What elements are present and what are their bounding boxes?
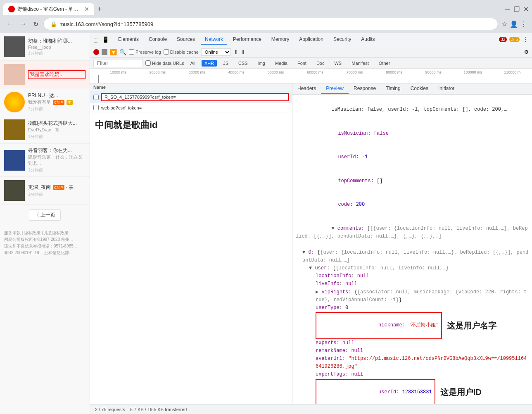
filter-input[interactable] (93, 59, 143, 67)
filter-css[interactable]: CSS (235, 60, 252, 67)
json-comment-0: ▼ 0: {{user: {locationInfo: null, liveIn… (302, 249, 529, 404)
item-time: 1分钟前 (28, 134, 86, 140)
filter-media[interactable]: Media (271, 60, 291, 67)
tab-security[interactable]: Security (329, 35, 355, 45)
json-is-musician: isMusician: false (302, 122, 529, 146)
timeline-cursor (98, 75, 99, 83)
address-actions: ☆ 👤 ⋮ (501, 20, 527, 28)
transfer-info: 5.7 KB / 19.5 KB transferred (130, 407, 187, 412)
record-button[interactable] (93, 49, 99, 55)
filter-other[interactable]: Other (375, 60, 394, 67)
devtools-menu-icon[interactable]: ⋮ (522, 36, 529, 43)
tab-elements[interactable]: Elements (114, 35, 143, 45)
browser-chrome: 野狼disco - 宝石Gem - 单曲 - 网... ✕ + ─ ❐ ✕ ← … (0, 0, 532, 33)
tab-audits[interactable]: Audits (357, 35, 379, 45)
filter-manifest[interactable]: Manifest (348, 60, 373, 67)
list-item[interactable]: 鹅祭：谁都和许哪... Free__loop 1分钟前 (0, 33, 90, 61)
devtools-toolbar: ⬚ 📱 Elements Console Sources Network Per… (90, 33, 532, 46)
tab-sources[interactable]: Sources (173, 35, 199, 45)
request-item[interactable]: weblog?csrf_token= (90, 103, 292, 112)
filter-all[interactable]: All (187, 60, 199, 67)
filter-doc[interactable]: Doc (313, 60, 328, 67)
footer-complaint: 违法和不良信息举报电话：0571-8985... (4, 243, 86, 250)
disable-cache-checkbox[interactable] (164, 49, 169, 55)
item-time: 1分钟前 (28, 167, 86, 173)
tab-application[interactable]: Application (295, 35, 328, 45)
thumbnail (4, 150, 25, 171)
url-text: music.163.com/#/song?id=1357785909 (59, 21, 153, 27)
throttle-select[interactable]: Online Fast 3G Slow 3G Offline (201, 48, 231, 56)
list-item[interactable]: 寻音羽客：你在为... 隐形音乐家：什么，现在又到老... 1分钟前 (0, 144, 90, 177)
search-icon[interactable]: 🔍 (119, 49, 126, 55)
list-item[interactable]: PRLNU · 这... 我爱有有星 CNIP 年 1分钟前 (0, 88, 90, 116)
active-tab[interactable]: 野狼disco - 宝石Gem - 单曲 - 网... ✕ (3, 3, 94, 15)
request-list: Name R_SO_4_1357785909?csrf_token= weblo… (90, 83, 292, 404)
annotation-nickname: 这是用户名字 (447, 319, 496, 332)
annotation-userid: 这是用户ID (440, 385, 482, 399)
hide-data-urls-checkbox[interactable] (145, 60, 151, 66)
tab-console[interactable]: Console (145, 35, 171, 45)
item-title: 寻音羽客：你在为... (28, 147, 86, 154)
filter-img[interactable]: Img (254, 60, 269, 67)
tab-favicon (8, 6, 15, 12)
maximize-button[interactable]: ❐ (514, 6, 520, 12)
settings-icon[interactable]: ⚙ (524, 49, 529, 55)
item-info: 更深_夜阑 CNIP · 掌 1分钟前 (28, 184, 86, 197)
device-icon[interactable]: 📱 (102, 36, 109, 43)
item-user: Free__loop (28, 45, 86, 50)
address-bar: ← → ↻ 🔒 music.163.com/#/song?id=13577859… (0, 15, 532, 33)
tab-preview[interactable]: Preview (321, 83, 349, 94)
filter-icon[interactable]: 🔽 (110, 49, 117, 55)
menu-icon[interactable]: ⋮ (520, 20, 527, 28)
download-icon[interactable]: ⬇ (241, 49, 246, 55)
upload-icon[interactable]: ⬆ (233, 49, 238, 55)
item-title: PRLNU · 这... (28, 92, 86, 99)
list-item[interactable]: 我是喜欢吃奶... (0, 61, 90, 88)
item-user: 我爱有有星 CNIP 年 (28, 99, 86, 105)
new-tab-button[interactable]: + (97, 5, 102, 14)
item-info: 衡阳摇头花式抖腿大... EveRyD-ay · 掌 1分钟前 (28, 120, 86, 140)
tab-timing[interactable]: Timing (381, 83, 406, 94)
item-title: 我是喜欢吃奶... (28, 70, 86, 79)
list-item[interactable]: 更深_夜阑 CNIP · 掌 1分钟前 (0, 177, 90, 205)
tab-cookies[interactable]: Cookies (406, 83, 433, 94)
forward-button[interactable]: → (18, 19, 28, 29)
json-top-comments: topComments: [] (302, 169, 529, 193)
tab-close-button[interactable]: ✕ (84, 6, 89, 12)
request-checkbox[interactable] (93, 95, 99, 100)
timeline-label: 20000 ms (138, 70, 177, 74)
filter-xhr[interactable]: XHR (202, 60, 217, 67)
filter-font[interactable]: Font (294, 60, 310, 67)
error-badge: 32 (499, 37, 507, 42)
tab-network[interactable]: Network (201, 35, 227, 45)
prev-page-button[interactable]: 〈 上一页 (29, 209, 61, 221)
preserve-log-checkbox[interactable] (129, 49, 134, 55)
inspect-icon[interactable]: ⬚ (93, 36, 99, 43)
devtools-panel: ⬚ 📱 Elements Console Sources Network Per… (90, 33, 532, 414)
main-layout: 鹅祭：谁都和许哪... Free__loop 1分钟前 我是喜欢吃奶... PR… (0, 33, 532, 414)
stop-button[interactable] (102, 49, 107, 55)
list-item[interactable]: 衡阳摇头花式抖腿大... EveRyD-ay · 掌 1分钟前 (0, 116, 90, 144)
json-comments: ▼ comments: [[{user: {locationInfo: null… (296, 217, 529, 249)
tab-response[interactable]: Response (349, 83, 381, 94)
account-icon[interactable]: 👤 (510, 20, 518, 28)
tab-performance[interactable]: Performance (229, 35, 266, 45)
close-window-button[interactable]: ✕ (523, 6, 529, 12)
footer-links: 服务条款 | 隐私政策 | 儿童隐私政策 (4, 230, 86, 236)
filter-ws[interactable]: WS (330, 60, 345, 67)
reload-button[interactable]: ↻ (31, 19, 40, 30)
disable-cache-label: Disable cache (164, 49, 199, 55)
tab-memory[interactable]: Memory (267, 35, 293, 45)
bookmark-icon[interactable]: ☆ (501, 20, 507, 28)
request-checkbox[interactable] (93, 105, 99, 110)
back-button[interactable]: ← (5, 19, 15, 29)
url-bar[interactable]: 🔒 music.163.com/#/song?id=1357785909 (43, 18, 498, 30)
minimize-button[interactable]: ─ (505, 6, 511, 12)
request-item[interactable]: R_SO_4_1357785909?csrf_token= (90, 91, 292, 103)
tab-headers[interactable]: Headers (292, 83, 321, 94)
filter-js[interactable]: JS (219, 60, 232, 67)
item-info: 寻音羽客：你在为... 隐形音乐家：什么，现在又到老... 1分钟前 (28, 147, 86, 173)
timeline-label: 90000 ms (414, 70, 453, 74)
timeline-label: 50000 ms (256, 70, 295, 74)
tab-initiator[interactable]: Initiator (433, 83, 459, 94)
